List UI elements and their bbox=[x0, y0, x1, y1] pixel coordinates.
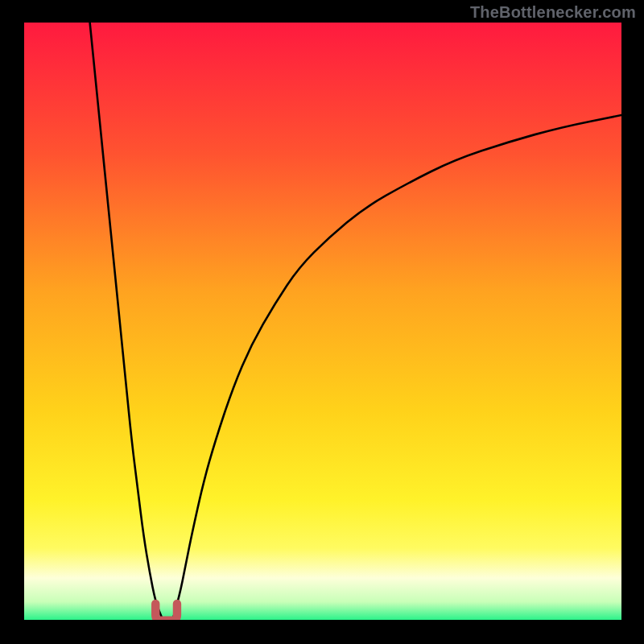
curve-left-branch bbox=[90, 23, 162, 617]
bottleneck-curve bbox=[24, 23, 621, 620]
plot-area bbox=[24, 23, 621, 620]
curve-right-branch bbox=[174, 115, 622, 617]
minimum-marker bbox=[155, 604, 177, 620]
attribution-text: TheBottlenecker.com bbox=[470, 3, 636, 22]
